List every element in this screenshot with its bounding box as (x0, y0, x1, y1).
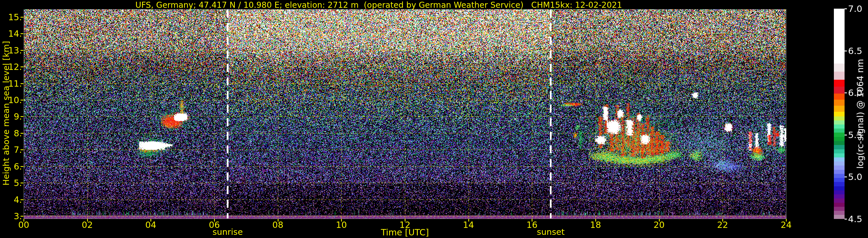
colorbar-tick-label: 5.0 (848, 172, 862, 182)
x-tick-label: 04 (145, 220, 156, 230)
y-tick-label: 4. (13, 194, 22, 204)
x-tick-label: 10 (336, 220, 347, 230)
ceilometer-quicklook-chart: UFS, Germany; 47.417 N / 10.980 E; eleva… (0, 0, 868, 238)
y-tick-label: 11. (8, 78, 22, 89)
sunset-annotation: sunset (537, 227, 565, 237)
y-tick-label: 14. (8, 29, 22, 39)
x-tick-label: 00 (18, 220, 29, 230)
y-tick-label: 9. (13, 111, 22, 122)
y-tick-label: 8. (13, 128, 22, 138)
colorbar-tick-label: 6.0 (848, 88, 862, 98)
x-tick-label: 08 (273, 220, 283, 230)
colorbar-tick-label: 4.5 (848, 214, 862, 224)
y-tick-label: 3. (13, 211, 22, 221)
x-tick-label: 22 (717, 220, 728, 230)
colorbar-title: log(rc-signal) @ 1064 nm (855, 59, 865, 169)
colorbar-tick-label: 6.5 (848, 46, 862, 56)
y-tick-label: 15. (8, 12, 22, 22)
colorbar-tick-label: 7.0 (848, 3, 862, 14)
x-tick-label: 24 (781, 220, 792, 230)
y-tick-label: 12. (8, 62, 22, 72)
heatmap-canvas (0, 0, 868, 238)
chart-title: UFS, Germany; 47.417 N / 10.980 E; eleva… (135, 0, 622, 10)
y-tick-label: 6. (13, 161, 22, 171)
x-tick-label: 14 (463, 220, 474, 230)
y-tick-label: 10. (8, 95, 22, 105)
colorbar-tick-label: 5.5 (848, 130, 862, 140)
y-tick-label: 7. (13, 145, 22, 155)
x-tick-label: 20 (654, 220, 665, 230)
y-tick-label: 13. (8, 45, 22, 55)
x-tick-label: 18 (590, 220, 601, 230)
x-tick-label: 16 (526, 220, 537, 230)
x-tick-label: 12 (399, 220, 410, 230)
y-tick-label: 5. (13, 178, 22, 188)
x-tick-label: 02 (82, 220, 93, 230)
x-tick-label: 06 (209, 220, 220, 230)
